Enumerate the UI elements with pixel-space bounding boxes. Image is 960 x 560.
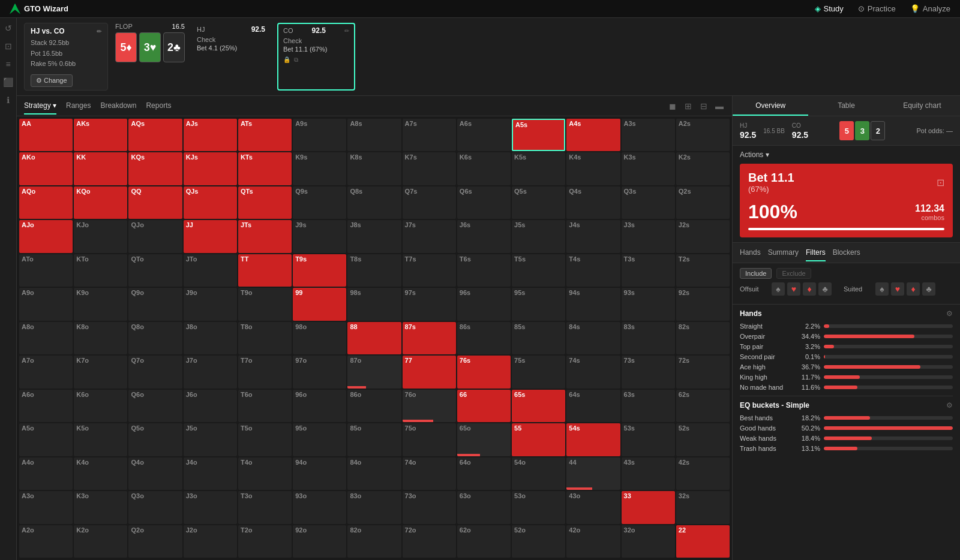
grid-cell-j2o[interactable]: J2o xyxy=(184,525,237,558)
sidebar-layers-icon[interactable]: ≡ xyxy=(3,59,14,70)
tab-reports[interactable]: Reports xyxy=(146,98,171,115)
grid-cell-q7o[interactable]: Q7o xyxy=(128,356,182,388)
grid-cell-qq[interactable]: QQ xyxy=(128,186,182,219)
grid-cell-j4o[interactable]: J4o xyxy=(184,457,237,490)
grid-cell-jj[interactable]: JJ xyxy=(184,220,237,252)
atab-blockers[interactable]: Blockers xyxy=(833,245,860,261)
grid-cell-kqo[interactable]: KQo xyxy=(74,186,127,219)
copy-icon[interactable]: ⧉ xyxy=(294,56,298,64)
suited-club[interactable]: ♣ xyxy=(922,282,935,296)
suited-heart[interactable]: ♥ xyxy=(891,282,904,296)
grid-cell-kjs[interactable]: KJs xyxy=(184,152,237,185)
grid-cell-63s[interactable]: 63s xyxy=(622,390,675,422)
grid-cell-j6s[interactable]: J6s xyxy=(457,220,511,252)
nav-study[interactable]: ◈ Study xyxy=(815,4,844,13)
grid-cell-54o[interactable]: 54o xyxy=(512,457,565,490)
sidebar-chart-icon[interactable]: ⬛ xyxy=(3,77,14,88)
grid-cell-74o[interactable]: 74o xyxy=(403,457,456,490)
grid-cell-76o[interactable]: 76o xyxy=(403,390,456,422)
grid-cell-52o[interactable]: 52o xyxy=(512,525,565,558)
grid-cell-44[interactable]: 44 xyxy=(566,457,620,490)
grid-cell-kk[interactable]: KK xyxy=(74,152,127,185)
grid-cell-a3o[interactable]: A3o xyxy=(19,491,73,523)
grid-cell-t9o[interactable]: T9o xyxy=(238,288,292,320)
grid-cell-93s[interactable]: 93s xyxy=(622,288,675,320)
grid-cell-95s[interactable]: 95s xyxy=(512,288,565,320)
grid-cell-62s[interactable]: 62s xyxy=(676,390,730,422)
grid-cell-a7s[interactable]: A7s xyxy=(403,119,456,151)
grid-cell-77[interactable]: 77 xyxy=(403,356,456,388)
include-btn[interactable]: Include xyxy=(740,268,772,279)
grid-cell-t6o[interactable]: T6o xyxy=(238,390,292,422)
grid-cell-k7s[interactable]: K7s xyxy=(403,152,456,185)
grid-cell-t2o[interactable]: T2o xyxy=(238,525,292,558)
grid-cell-87o[interactable]: 87o xyxy=(347,356,401,388)
grid-cell-kto[interactable]: KTo xyxy=(74,254,127,287)
grid-cell-k5s[interactable]: K5s xyxy=(512,152,565,185)
grid-cell-98s[interactable]: 98s xyxy=(347,288,401,320)
suited-diamond[interactable]: ♦ xyxy=(907,282,920,296)
grid-cell-jts[interactable]: JTs xyxy=(238,220,292,252)
rtab-equity-chart[interactable]: Equity chart xyxy=(884,96,960,116)
grid-cell-j4s[interactable]: J4s xyxy=(566,220,620,252)
grid-cell-tt[interactable]: TT xyxy=(238,254,292,287)
grid-cell-54s[interactable]: 54s xyxy=(566,423,620,456)
grid-cell-43o[interactable]: 43o xyxy=(566,491,620,523)
grid-cell-62o[interactable]: 62o xyxy=(457,525,511,558)
lock-icon[interactable]: 🔒 xyxy=(283,56,290,64)
grid-list-icon[interactable]: ▬ xyxy=(714,101,725,112)
grid-cell-k9s[interactable]: K9s xyxy=(293,152,346,185)
nav-practice[interactable]: ⊙ Practice xyxy=(858,4,896,13)
grid-cell-k2o[interactable]: K2o xyxy=(74,525,127,558)
grid-cell-k4o[interactable]: K4o xyxy=(74,457,127,490)
grid-cell-92o[interactable]: 92o xyxy=(293,525,346,558)
grid-cell-53o[interactable]: 53o xyxy=(512,491,565,523)
grid-cell-85o[interactable]: 85o xyxy=(347,423,401,456)
grid-cell-aks[interactable]: AKs xyxy=(74,119,127,151)
grid-cell-k4s[interactable]: K4s xyxy=(566,152,620,185)
grid-cell-k7o[interactable]: K7o xyxy=(74,356,127,388)
grid-cell-t7o[interactable]: T7o xyxy=(238,356,292,388)
grid-cell-t6s[interactable]: T6s xyxy=(457,254,511,287)
grid-cell-83o[interactable]: 83o xyxy=(347,491,401,523)
grid-cell-88[interactable]: 88 xyxy=(347,322,401,354)
hj-action-bet[interactable]: Bet 4.1 (25%) xyxy=(197,44,265,52)
grid-cell-63o[interactable]: 63o xyxy=(457,491,511,523)
grid-cell-q9s[interactable]: Q9s xyxy=(293,186,346,219)
grid-cell-42s[interactable]: 42s xyxy=(676,457,730,490)
tab-ranges[interactable]: Ranges xyxy=(66,98,91,115)
grid-cell-33[interactable]: 33 xyxy=(622,491,675,523)
grid-cell-a7o[interactable]: A7o xyxy=(19,356,73,388)
grid-cell-86s[interactable]: 86s xyxy=(457,322,511,354)
grid-cell-qjs[interactable]: QJs xyxy=(184,186,237,219)
grid-cell-k9o[interactable]: K9o xyxy=(74,288,127,320)
grid-cell-a5o[interactable]: A5o xyxy=(19,423,73,456)
co-action-bet[interactable]: Bet 11.1 (67%) xyxy=(283,46,349,53)
grid-cell-43s[interactable]: 43s xyxy=(622,457,675,490)
grid-cell-k3o[interactable]: K3o xyxy=(74,491,127,523)
grid-cell-t8o[interactable]: T8o xyxy=(238,322,292,354)
grid-cell-qts[interactable]: QTs xyxy=(238,186,292,219)
grid-small-icon[interactable]: ⊟ xyxy=(698,101,709,112)
grid-cell-65o[interactable]: 65o xyxy=(457,423,511,456)
grid-cell-98o[interactable]: 98o xyxy=(293,322,346,354)
grid-cell-j7o[interactable]: J7o xyxy=(184,356,237,388)
sidebar-refresh-icon[interactable]: ↺ xyxy=(3,23,14,34)
tab-breakdown[interactable]: Breakdown xyxy=(100,98,136,115)
grid-cell-32o[interactable]: 32o xyxy=(622,525,675,558)
sidebar-info-icon[interactable]: ℹ xyxy=(3,95,14,106)
grid-cell-k2s[interactable]: K2s xyxy=(676,152,730,185)
grid-cell-82o[interactable]: 82o xyxy=(347,525,401,558)
grid-cell-k8o[interactable]: K8o xyxy=(74,322,127,354)
grid-cell-95o[interactable]: 95o xyxy=(293,423,346,456)
grid-cell-74s[interactable]: 74s xyxy=(566,356,620,388)
grid-cell-ako[interactable]: AKo xyxy=(19,152,73,185)
rtab-overview[interactable]: Overview xyxy=(733,96,808,116)
grid-cell-q6o[interactable]: Q6o xyxy=(128,390,182,422)
grid-cell-q3o[interactable]: Q3o xyxy=(128,491,182,523)
grid-toggle-icon[interactable]: ⊞ xyxy=(683,101,694,112)
nav-analyze[interactable]: 💡 Analyze xyxy=(910,4,950,13)
grid-cell-j5o[interactable]: J5o xyxy=(184,423,237,456)
grid-cell-a2o[interactable]: A2o xyxy=(19,525,73,558)
grid-cell-k3s[interactable]: K3s xyxy=(622,152,675,185)
